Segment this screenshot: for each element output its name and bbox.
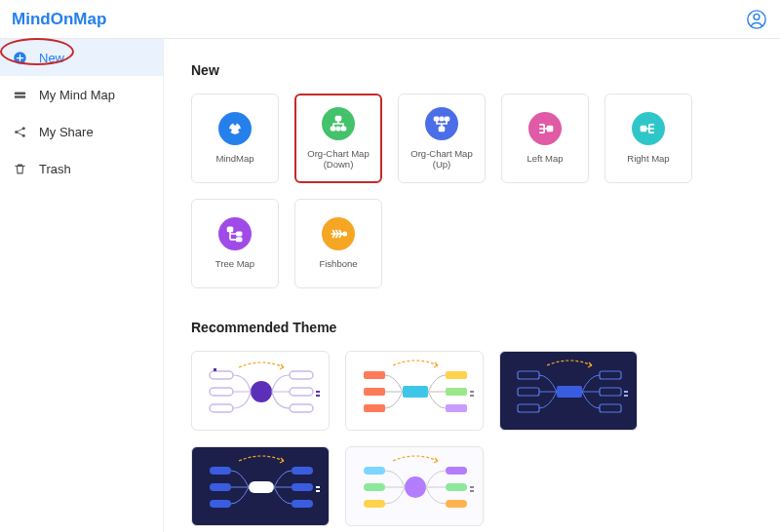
header: MindOnMap: [0, 0, 780, 39]
card-orgup[interactable]: Org-Chart Map (Up): [398, 94, 486, 183]
card-fishbone[interactable]: Fishbone: [294, 199, 382, 288]
svg-rect-23: [237, 233, 242, 236]
svg-rect-71: [470, 490, 474, 492]
svg-point-63: [405, 476, 426, 498]
svg-rect-43: [470, 391, 474, 393]
card-orgdown[interactable]: Org-Chart Map (Down): [294, 94, 382, 183]
theme-navy-blue[interactable]: [499, 351, 638, 431]
card-label: Tree Map: [212, 258, 258, 269]
card-mindmap[interactable]: MindMap: [191, 94, 279, 183]
svg-rect-20: [548, 127, 553, 132]
theme-cards: [191, 351, 753, 526]
svg-rect-54: [249, 481, 274, 493]
card-label: Right Map: [623, 153, 673, 164]
sidebar-item-myshare[interactable]: My Share: [0, 113, 163, 150]
share-icon: [12, 124, 27, 139]
theme-rainbow[interactable]: [345, 351, 484, 431]
svg-rect-55: [210, 467, 231, 475]
svg-rect-16: [440, 127, 445, 131]
svg-rect-27: [210, 371, 233, 379]
svg-point-1: [754, 14, 760, 19]
section-title-themes: Recommended Theme: [191, 320, 753, 335]
svg-rect-49: [600, 371, 621, 379]
svg-point-5: [15, 130, 18, 133]
svg-rect-58: [292, 467, 313, 475]
svg-rect-24: [237, 238, 242, 241]
sidebar-item-trash[interactable]: Trash: [0, 150, 163, 187]
avatar-icon[interactable]: [745, 8, 768, 31]
svg-rect-51: [600, 404, 621, 412]
svg-rect-41: [446, 388, 467, 396]
svg-rect-62: [316, 490, 320, 492]
trash-icon: [12, 161, 27, 176]
svg-point-25: [343, 233, 346, 236]
theme-pastel[interactable]: [345, 446, 484, 526]
svg-rect-37: [364, 371, 385, 379]
svg-rect-33: [290, 404, 313, 412]
svg-point-11: [238, 129, 241, 132]
card-rightmap[interactable]: Right Map: [604, 94, 692, 183]
svg-rect-52: [624, 391, 628, 393]
svg-rect-30: [210, 404, 233, 412]
svg-rect-68: [446, 483, 467, 491]
svg-rect-21: [642, 127, 646, 132]
theme-navy-white[interactable]: [191, 446, 330, 526]
svg-rect-28: [214, 368, 216, 371]
logo: MindOnMap: [12, 10, 106, 29]
svg-rect-19: [445, 117, 448, 120]
svg-rect-13: [332, 127, 335, 130]
svg-rect-14: [336, 127, 339, 130]
card-label: Org-Chart Map (Up): [399, 148, 485, 171]
svg-point-26: [251, 381, 272, 402]
svg-rect-17: [435, 117, 439, 120]
treemap-icon: [218, 217, 252, 250]
orgup-icon: [425, 107, 458, 140]
svg-rect-42: [446, 404, 467, 412]
fishbone-icon: [322, 217, 355, 250]
svg-rect-69: [446, 500, 467, 508]
sidebar: New My Mind Map My Share Trash: [0, 39, 164, 532]
mindmap-icon: [218, 112, 252, 145]
sidebar-item-new[interactable]: New: [0, 39, 163, 76]
svg-rect-38: [364, 388, 385, 396]
svg-rect-44: [470, 395, 474, 397]
svg-rect-50: [600, 388, 621, 396]
svg-rect-4: [14, 95, 24, 98]
folder-icon: [12, 87, 27, 102]
svg-rect-48: [518, 404, 539, 412]
svg-rect-53: [624, 395, 628, 397]
sidebar-item-mymindmap[interactable]: My Mind Map: [0, 76, 163, 113]
rightmap-icon: [632, 112, 665, 145]
plus-circle-icon: [12, 50, 27, 65]
svg-point-7: [21, 133, 24, 136]
svg-rect-15: [341, 127, 345, 130]
svg-rect-22: [228, 228, 233, 232]
svg-rect-18: [440, 117, 443, 120]
svg-rect-12: [336, 116, 341, 120]
svg-rect-47: [518, 388, 539, 396]
svg-rect-61: [316, 486, 320, 488]
svg-rect-3: [14, 92, 24, 95]
svg-rect-40: [446, 371, 467, 379]
theme-purple-light[interactable]: [191, 351, 330, 431]
svg-rect-39: [364, 404, 385, 412]
svg-rect-34: [316, 391, 320, 393]
card-label: Org-Chart Map (Down): [296, 148, 380, 171]
svg-rect-31: [290, 371, 313, 379]
card-treemap[interactable]: Tree Map: [191, 199, 279, 288]
section-title-new: New: [191, 62, 753, 78]
svg-rect-70: [470, 486, 474, 488]
sidebar-item-label: My Share: [39, 125, 94, 139]
svg-rect-66: [364, 500, 385, 508]
svg-rect-29: [210, 388, 233, 396]
svg-rect-57: [210, 500, 231, 508]
card-label: Fishbone: [315, 258, 361, 269]
svg-rect-67: [446, 467, 467, 475]
main-content: New MindMap Org-Chart Map (Down) Org-Cha…: [164, 39, 780, 532]
card-leftmap[interactable]: Left Map: [501, 94, 589, 183]
card-label: Left Map: [524, 153, 567, 164]
svg-rect-46: [518, 371, 539, 379]
svg-point-6: [21, 127, 24, 130]
svg-rect-65: [364, 483, 385, 491]
sidebar-item-label: New: [39, 51, 64, 65]
